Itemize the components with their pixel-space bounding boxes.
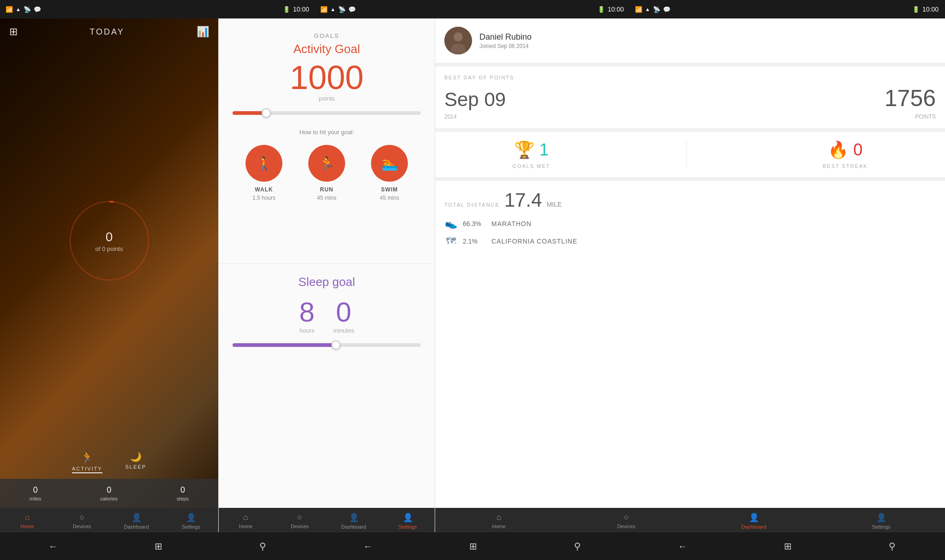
activity-options: 🚶 WALK 1.5 hours 🏃 RUN 45 mins 🏊 [233, 145, 421, 201]
nav2-dashboard[interactable]: 👤 Dashboard [335, 512, 372, 530]
nav2-devices[interactable]: ○ Devices [281, 512, 318, 530]
sys-bar-3: ← ⊞ ⚲ [629, 541, 944, 552]
back-button-2[interactable]: ← [363, 541, 372, 552]
status-time-1: 10:00 [293, 6, 309, 13]
nav2-home[interactable]: ⌂ Home [227, 512, 264, 530]
sleep-minutes: 0 minutes [333, 298, 354, 334]
chart-icon[interactable]: 📊 [197, 26, 209, 38]
run-duration: 45 mins [317, 195, 336, 201]
system-bar: ← ⊞ ⚲ ← ⊞ ⚲ ← ⊞ ⚲ [0, 532, 945, 560]
divider [686, 140, 687, 169]
dist-unit: MILE [547, 201, 562, 208]
tab-sleep-label: SLEEP [126, 464, 146, 470]
nav3-devices-label: Devices [617, 524, 635, 529]
stat-miles: 0 miles [30, 485, 42, 501]
dist-value: 17.4 [504, 189, 542, 211]
nav3-settings[interactable]: 👤 Settings [863, 512, 900, 530]
sleep-hours-label: hours [299, 327, 315, 334]
best-streak-top: 🔥 0 [823, 140, 868, 160]
swim-circle: 🏊 [371, 145, 408, 182]
nav1-settings-label: Settings [182, 524, 200, 530]
profile-joined: Joined Sep 06 2014 [479, 43, 936, 49]
status-right-3: 🔋 10:00 [912, 6, 939, 13]
dashboard-icon-3: 👤 [749, 512, 759, 523]
stat-steps: 0 steps [177, 485, 189, 501]
nav1-dashboard[interactable]: 👤 Dashboard [118, 512, 155, 530]
activity-slider[interactable] [233, 111, 421, 115]
activity-swim: 🏊 SWIM 45 mins [371, 145, 408, 201]
nav2-settings-label: Settings [399, 524, 417, 530]
nav1-home[interactable]: ⌂ Home [9, 512, 46, 530]
nav2-settings[interactable]: 👤 Settings [389, 512, 426, 530]
activity-sleep-tabs: 🏃 ACTIVITY 🌙 SLEEP [0, 446, 218, 479]
nav1-home-label: Home [20, 524, 34, 529]
settings-icon-3: 👤 [876, 512, 886, 523]
dist-marathon-pct: 66.3% [463, 220, 486, 227]
slider-thumb[interactable] [262, 108, 271, 118]
stat-steps-value: 0 [177, 485, 189, 495]
dist-marathon-name: MARATHON [491, 220, 532, 227]
best-day-date: Sep 09 [444, 89, 506, 111]
dist-marathon: 👟 66.3% MARATHON [444, 218, 936, 230]
activity-run: 🏃 RUN 45 mins [308, 145, 345, 201]
wifi-icon-3: 📡 [653, 6, 660, 13]
goals-met-count: 1 [539, 140, 549, 160]
nav2-dashboard-label: Dashboard [341, 524, 366, 530]
devices-icon-3: ○ [624, 512, 629, 522]
nav3-settings-label: Settings [872, 524, 891, 530]
best-day-year: 2014 [444, 113, 457, 120]
goals-title: Activity Goal [233, 42, 421, 56]
running-icon: 🏃 [80, 451, 94, 464]
status-time-3: 10:00 [922, 6, 939, 13]
home-icon-3: ⌂ [496, 512, 502, 522]
windows-button-2[interactable]: ⊞ [469, 541, 477, 552]
wifi-icon-2: 📡 [338, 6, 346, 13]
dashboard-icon-2: 👤 [349, 512, 359, 523]
nav3-dashboard[interactable]: 👤 Dashboard [736, 512, 772, 530]
tab-activity[interactable]: 🏃 ACTIVITY [72, 451, 102, 473]
sleep-slider-thumb[interactable] [331, 340, 341, 350]
goals-header: GOALS [233, 32, 421, 39]
sleep-hours-value: 8 [299, 298, 315, 326]
sleep-slider[interactable] [233, 343, 421, 347]
nav1-settings[interactable]: 👤 Settings [173, 512, 209, 530]
triangle-icon-1: ▲ [16, 6, 21, 12]
battery-icon-1: 🔋 [283, 6, 290, 13]
svg-point-4 [454, 32, 463, 42]
tab-sleep[interactable]: 🌙 SLEEP [126, 451, 146, 473]
dist-california-name: CALIFORNIA COASTLINE [491, 238, 577, 245]
profile-name: Daniel Rubino [479, 32, 936, 42]
windows-button-3[interactable]: ⊞ [784, 541, 792, 552]
best-streak-count: 0 [853, 140, 862, 160]
panel1-bottom-nav: ⌂ Home ○ Devices 👤 Dashboard 👤 Settings [0, 508, 218, 532]
sleep-values: 8 hours 0 minutes [233, 298, 421, 334]
search-button-2[interactable]: ⚲ [574, 541, 581, 552]
avatar [444, 27, 472, 54]
status-bar-3: 📶 ▲ 📡 💬 🔋 10:00 [629, 6, 944, 13]
nav3-home[interactable]: ⌂ Home [480, 512, 517, 530]
dist-header: TOTAL DISTANCE 17.4 MILE [444, 189, 936, 211]
status-left-3: 📶 ▲ 📡 💬 [635, 6, 670, 13]
back-button-3[interactable]: ← [678, 541, 687, 552]
stat-miles-value: 0 [30, 485, 42, 495]
run-icon: 🏃 [319, 156, 335, 171]
search-button-1[interactable]: ⚲ [259, 541, 266, 552]
sleep-minutes-label: minutes [333, 327, 354, 334]
windows-button-1[interactable]: ⊞ [155, 541, 162, 552]
activity-walk: 🚶 WALK 1.5 hours [245, 145, 282, 201]
panel-today: ⊞ TODAY 📊 0 [0, 18, 218, 532]
stat-steps-unit: steps [177, 496, 189, 501]
nav2-devices-label: Devices [291, 524, 309, 529]
nav1-devices[interactable]: ○ Devices [63, 512, 100, 530]
panel1-header: ⊞ TODAY 📊 [0, 18, 218, 45]
grid-icon[interactable]: ⊞ [9, 26, 18, 38]
panel-goals: GOALS Activity Goal 1000 points How to h… [218, 18, 435, 532]
message-icon-3: 💬 [663, 6, 670, 13]
panel3-bottom-nav: ⌂ Home ○ Devices 👤 Dashboard 👤 Settings [435, 508, 945, 532]
nav2-home-label: Home [239, 524, 252, 529]
status-time-2: 10:00 [608, 6, 624, 13]
nav3-devices[interactable]: ○ Devices [608, 512, 645, 530]
search-button-3[interactable]: ⚲ [889, 541, 896, 552]
triangle-icon-3: ▲ [645, 6, 650, 12]
back-button-1[interactable]: ← [48, 541, 58, 552]
